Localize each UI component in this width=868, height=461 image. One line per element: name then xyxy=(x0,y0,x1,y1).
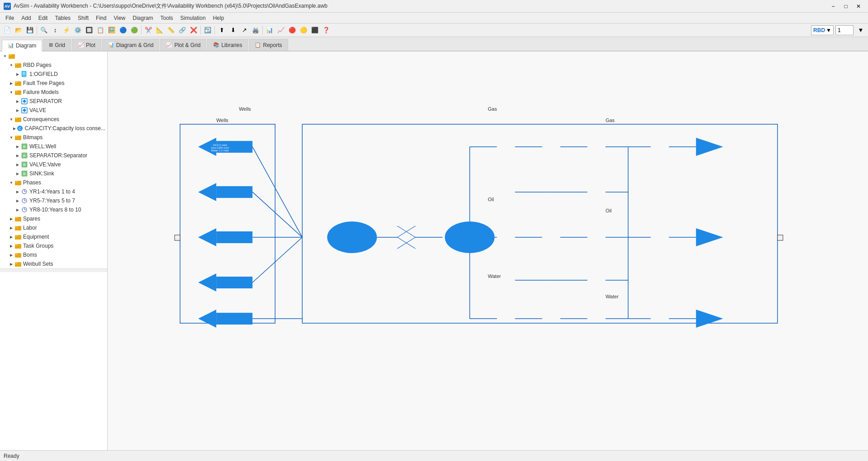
tree-item-separator-bmp[interactable]: ▶ B SEPARATOR:Separator xyxy=(0,151,107,160)
tb-btn-5[interactable]: ↕ xyxy=(50,25,61,36)
minimize-button[interactable]: − xyxy=(827,2,839,11)
tree-item-fault-tree[interactable]: ▶ Fault Tree Pages xyxy=(0,79,107,88)
tab-plot[interactable]: 📈Plot xyxy=(72,39,101,51)
tree-item-consequences[interactable]: ▼ Consequences xyxy=(0,115,107,124)
tb-btn-24[interactable]: 🔴 xyxy=(287,25,298,36)
tree-item-yr8-10[interactable]: ▶ YR8-10:Years 8 to 10 xyxy=(0,205,107,214)
tree-expand-rbd-pages[interactable]: ▼ xyxy=(8,62,14,68)
tree-item-well[interactable]: ▶ B WELL:Well xyxy=(0,142,107,151)
tree-expand-separator-bmp[interactable]: ▶ xyxy=(14,152,21,159)
tb-btn-14[interactable]: 📐 xyxy=(154,25,165,36)
tree-expand-yr1-4[interactable]: ▶ xyxy=(14,188,21,195)
menu-item-add[interactable]: Add xyxy=(18,13,34,23)
tab-libraries[interactable]: 📚Libraries xyxy=(207,39,248,51)
tb-btn-9[interactable]: 📋 xyxy=(95,25,106,36)
tree-item-boms[interactable]: ▶ Boms xyxy=(0,250,107,259)
tree-item-equipment[interactable]: ▶ Equipment xyxy=(0,232,107,241)
tb-btn-21[interactable]: 🖨️ xyxy=(250,25,261,36)
tab-reports[interactable]: 📋Reports xyxy=(249,39,288,51)
tb-btn-6[interactable]: ⚡ xyxy=(61,25,72,36)
menu-item-edit[interactable]: Edit xyxy=(35,13,52,23)
tree-item-labor[interactable]: ▶ Labor xyxy=(0,223,107,232)
menu-item-shift[interactable]: Shift xyxy=(74,13,92,23)
save-button[interactable]: 💾 xyxy=(24,25,35,36)
page-dropdown[interactable]: ▼ xyxy=(855,25,866,36)
tree-expand-phases[interactable]: ▼ xyxy=(8,179,14,186)
tree-item-valve[interactable]: ▶ VALVE xyxy=(0,106,107,115)
new-button[interactable]: 📄 xyxy=(2,25,13,36)
menu-item-view[interactable]: View xyxy=(110,13,129,23)
tree-expand-weibull-sets[interactable]: ▶ xyxy=(8,261,14,267)
menu-item-find[interactable]: Find xyxy=(92,13,110,23)
tree-expand-fault-tree[interactable]: ▶ xyxy=(8,80,14,86)
tree-item-spares[interactable]: ▶ Spares xyxy=(0,214,107,223)
tab-diagram[interactable]: 📊Diagram xyxy=(2,40,42,52)
tree-expand-boms[interactable]: ▶ xyxy=(8,252,14,258)
tree-expand-sink-bmp[interactable]: ▶ xyxy=(14,170,21,177)
sidebar-scrollbar[interactable] xyxy=(0,268,107,272)
maximize-button[interactable]: □ xyxy=(840,2,852,11)
tb-btn-23[interactable]: 📈 xyxy=(275,25,286,36)
tree-expand-separator[interactable]: ▶ xyxy=(14,98,21,104)
tab-plot-grid[interactable]: 📈Plot & Grid xyxy=(160,39,206,51)
tb-btn-16[interactable]: 🔗 xyxy=(177,25,188,36)
tree-item-phases[interactable]: ▼ Phases xyxy=(0,178,107,187)
tree-expand-bitmaps[interactable]: ▼ xyxy=(8,134,14,141)
tree-expand-yr5-7[interactable]: ▶ xyxy=(14,198,21,204)
tree-item-rbd-pages[interactable]: ▼ RBD Pages xyxy=(0,61,107,70)
tb-btn-13[interactable]: ✂️ xyxy=(143,25,154,36)
menu-item-tools[interactable]: Tools xyxy=(157,13,177,23)
tree-expand-task-groups[interactable]: ▶ xyxy=(8,243,14,249)
tree-item-failure-models[interactable]: ▼ Failure Models xyxy=(0,88,107,97)
tb-btn-4[interactable]: 🔍 xyxy=(38,25,49,36)
tab-diagram-grid[interactable]: 📊Diagram & Grid xyxy=(102,39,160,51)
tree-item-capacity[interactable]: ▶ C CAPACITY:Capacity loss conse... xyxy=(0,124,107,133)
tb-btn-20[interactable]: ↗ xyxy=(239,25,250,36)
tb-btn-10[interactable]: 🖼️ xyxy=(106,25,117,36)
tb-btn-15[interactable]: 📏 xyxy=(166,25,176,36)
tree-expand-consequences[interactable]: ▼ xyxy=(8,116,14,122)
tb-btn-22[interactable]: 📊 xyxy=(264,25,275,36)
tree-item-weibull-sets[interactable]: ▶ Weibull Sets xyxy=(0,259,107,268)
tree-expand-capacity[interactable]: ▶ xyxy=(12,125,17,132)
tree-item-yr1-4[interactable]: ▶ YR1-4:Years 1 to 4 xyxy=(0,187,107,196)
tb-btn-11[interactable]: 🔵 xyxy=(118,25,128,36)
tb-btn-27[interactable]: ❓ xyxy=(321,25,332,36)
menu-item-help[interactable]: Help xyxy=(209,13,228,23)
tb-btn-18[interactable]: ⬆ xyxy=(216,25,227,36)
tree-item-project[interactable]: ▼ xyxy=(0,52,107,61)
close-button[interactable]: ✕ xyxy=(853,2,864,11)
tree-expand-well[interactable]: ▶ xyxy=(14,143,21,150)
tb-btn-7[interactable]: ⚙️ xyxy=(72,25,83,36)
open-button[interactable]: 📂 xyxy=(13,25,24,36)
tree-item-bitmaps[interactable]: ▼ Bitmaps xyxy=(0,133,107,142)
tree-expand-valve-bmp[interactable]: ▶ xyxy=(14,161,21,168)
tb-btn-25[interactable]: 🟡 xyxy=(298,25,309,36)
tree-expand-failure-models[interactable]: ▼ xyxy=(8,89,14,95)
tree-item-sink-bmp[interactable]: ▶ B SINK:Sink xyxy=(0,169,107,178)
menu-item-diagram[interactable]: Diagram xyxy=(129,13,157,23)
tree-expand-valve[interactable]: ▶ xyxy=(14,107,21,113)
rbd-dropdown[interactable]: RBD RBD ▼ xyxy=(811,25,834,35)
tree-expand-equipment[interactable]: ▶ xyxy=(8,234,14,240)
tb-btn-8[interactable]: 🔲 xyxy=(84,25,95,36)
tree-expand-project[interactable]: ▼ xyxy=(2,53,8,59)
tb-btn-19[interactable]: ⬇ xyxy=(228,25,238,36)
menu-item-simulation[interactable]: Simulation xyxy=(177,13,209,23)
tree-item-ogfield[interactable]: ▶ 1:OGFIELD xyxy=(0,70,107,79)
tree-item-yr5-7[interactable]: ▶ YR5-7:Years 5 to 7 xyxy=(0,196,107,205)
tree-expand-labor[interactable]: ▶ xyxy=(8,225,14,231)
tree-expand-yr8-10[interactable]: ▶ xyxy=(14,207,21,213)
tree-item-task-groups[interactable]: ▶ Task Groups xyxy=(0,241,107,250)
tb-btn-26[interactable]: ⬛ xyxy=(309,25,320,36)
menu-item-tables[interactable]: Tables xyxy=(51,13,74,23)
page-number-input[interactable] xyxy=(835,25,854,35)
tab-grid[interactable]: ⊞Grid xyxy=(43,39,71,51)
tree-item-valve-bmp[interactable]: ▶ B VALVE:Valve xyxy=(0,160,107,169)
tree-expand-spares[interactable]: ▶ xyxy=(8,216,14,222)
undo-button[interactable]: ↩️ xyxy=(202,25,213,36)
tb-btn-17[interactable]: ❌ xyxy=(188,25,199,36)
tree-expand-ogfield[interactable]: ▶ xyxy=(14,71,21,77)
tb-btn-12[interactable]: 🟢 xyxy=(129,25,140,36)
tree-item-separator[interactable]: ▶ SEPARATOR xyxy=(0,97,107,106)
